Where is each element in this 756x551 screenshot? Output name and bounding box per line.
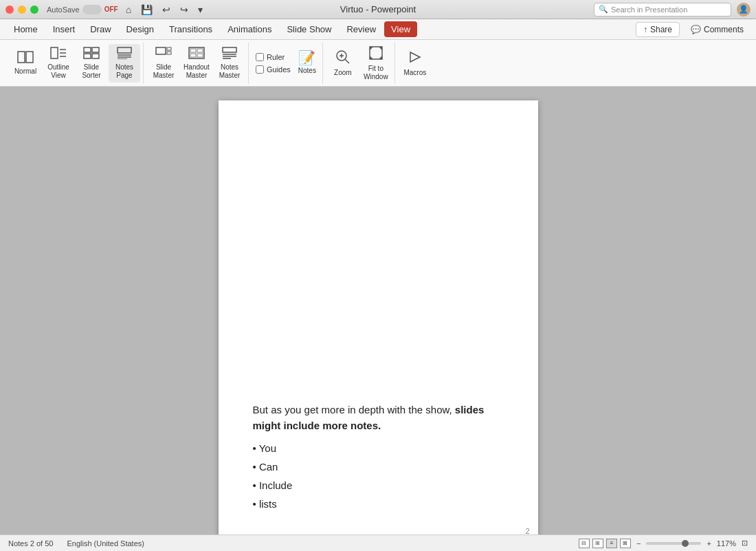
svg-rect-15	[167, 47, 171, 50]
menu-animations[interactable]: Animations	[221, 21, 278, 37]
svg-rect-30	[370, 47, 382, 59]
ribbon-macros-group: Macros	[397, 43, 434, 84]
close-button[interactable]	[5, 6, 14, 14]
language-status: English (United States)	[67, 539, 144, 548]
slide-master-label: SlideMaster	[153, 63, 175, 80]
svg-rect-18	[190, 49, 196, 52]
status-fit-view[interactable]: ⊠	[620, 539, 631, 548]
status-bar: Notes 2 of 50 English (United States) ⊟ …	[0, 534, 756, 551]
ribbon: Normal OutlineView	[0, 40, 756, 87]
ribbon-handout-master[interactable]: HandoutMaster	[181, 44, 212, 83]
svg-rect-0	[18, 52, 25, 63]
handout-master-label: HandoutMaster	[184, 63, 210, 80]
traffic-lights	[5, 6, 38, 14]
slide-intro-text: But as you get more in depth with the sh…	[253, 402, 504, 433]
status-right: ⊟ ⊞ ≡ ⊠ − + 117% ⊡	[579, 539, 748, 548]
slide-sorter-icon	[83, 47, 100, 59]
view-mode-icons: ⊟ ⊞ ≡ ⊠	[579, 539, 631, 548]
notes-page-label: NotesPage	[115, 63, 133, 80]
svg-rect-22	[223, 47, 236, 52]
user-avatar[interactable]: 👤	[737, 3, 751, 17]
autosave-toggle[interactable]	[82, 5, 102, 14]
comments-button[interactable]: 💬 Comments	[685, 23, 749, 36]
slide-page: But as you get more in depth with the sh…	[219, 100, 538, 534]
ribbon-notes-master[interactable]: NotesMaster	[214, 44, 245, 83]
fit-window-icon	[368, 45, 383, 63]
save-icon[interactable]: 💾	[139, 3, 155, 17]
svg-rect-9	[92, 54, 99, 58]
comment-icon: 💬	[691, 25, 701, 34]
page-number: 2	[525, 527, 529, 534]
menu-insert[interactable]: Insert	[46, 21, 82, 37]
menu-design[interactable]: Design	[120, 21, 161, 37]
more-icon[interactable]: ▾	[196, 3, 205, 17]
redo-icon[interactable]: ↪	[178, 3, 190, 17]
svg-marker-32	[379, 47, 382, 50]
fit-window-label: Fit toWindow	[364, 65, 388, 81]
zoom-minus-icon[interactable]: −	[636, 539, 641, 548]
fit-page-icon[interactable]: ⊡	[742, 539, 748, 548]
ribbon-notes-page[interactable]: NotesPage	[109, 44, 140, 83]
zoom-plus-icon[interactable]: +	[707, 539, 711, 548]
maximize-button[interactable]	[30, 6, 38, 14]
ribbon-master-group: SlideMaster HandoutMaster	[145, 43, 249, 84]
menu-review[interactable]: Review	[340, 21, 383, 37]
ribbon-zoom-group: Zoom Fit toWindow	[324, 43, 395, 84]
macros-label: Macros	[403, 69, 426, 77]
notes-label: Notes	[298, 67, 316, 75]
ribbon-outline-view[interactable]: OutlineView	[43, 44, 74, 83]
ribbon-slide-master[interactable]: SlideMaster	[148, 44, 179, 83]
guides-checkbox-input[interactable]	[256, 65, 264, 74]
handout-master-icon	[188, 47, 205, 59]
share-button[interactable]: ↑ Share	[636, 22, 680, 37]
slide-sorter-label: SlideSorter	[82, 63, 100, 80]
svg-rect-10	[118, 47, 131, 53]
ribbon-slide-sorter[interactable]: SlideSorter	[76, 44, 107, 83]
ruler-checkbox-input[interactable]	[256, 53, 264, 61]
menu-slideshow[interactable]: Slide Show	[280, 21, 338, 37]
title-bar: AutoSave OFF ⌂ 💾 ↩ ↪ ▾ Virtuo - Powerpoi…	[0, 0, 756, 19]
menu-bar: Home Insert Draw Design Transitions Anim…	[0, 19, 756, 40]
ribbon-notes[interactable]: 📝 Notes	[295, 44, 320, 83]
status-notes-view[interactable]: ≡	[606, 539, 617, 548]
ruler-checkbox[interactable]: Ruler	[256, 53, 291, 61]
autosave-area: AutoSave OFF	[47, 5, 118, 14]
notes-master-icon	[221, 47, 238, 59]
menu-transitions[interactable]: Transitions	[162, 21, 219, 37]
menu-view[interactable]: View	[384, 21, 417, 37]
svg-line-27	[345, 59, 349, 63]
title-bar-left: AutoSave OFF ⌂ 💾 ↩ ↪ ▾	[47, 3, 205, 17]
slide-content: But as you get more in depth with the sh…	[253, 402, 504, 513]
outline-view-label: OutlineView	[47, 63, 69, 80]
share-icon: ↑	[643, 25, 647, 34]
status-grid-view[interactable]: ⊞	[592, 539, 603, 548]
zoom-slider[interactable]	[646, 542, 701, 545]
minimize-button[interactable]	[18, 6, 26, 14]
list-item: lists	[253, 495, 504, 513]
svg-marker-31	[370, 47, 373, 50]
ribbon-fit-to-window[interactable]: Fit toWindow	[360, 44, 392, 83]
menu-draw[interactable]: Draw	[83, 21, 118, 37]
guides-checkbox[interactable]: Guides	[256, 65, 291, 74]
svg-rect-6	[84, 47, 91, 52]
status-normal-view[interactable]: ⊟	[579, 539, 590, 548]
ribbon-zoom[interactable]: Zoom	[327, 44, 359, 83]
ribbon-normal[interactable]: Normal	[10, 44, 41, 83]
ribbon-macros[interactable]: Macros	[399, 44, 431, 83]
title-bar-right: 🔍 Search in Presentation 👤	[594, 3, 751, 17]
ribbon-view-group: Normal OutlineView	[7, 43, 144, 84]
zoom-icon	[335, 50, 351, 67]
undo-icon[interactable]: ↩	[160, 3, 173, 17]
zoom-thumb	[682, 540, 689, 547]
guides-label: Guides	[267, 65, 291, 74]
menu-home[interactable]: Home	[7, 21, 45, 37]
svg-rect-2	[51, 47, 58, 58]
notes-master-label: NotesMaster	[219, 63, 241, 80]
home-icon[interactable]: ⌂	[124, 3, 133, 17]
ruler-label: Ruler	[267, 53, 285, 61]
ribbon-show-group: Ruler Guides 📝 Notes	[250, 43, 323, 84]
search-bar[interactable]: 🔍 Search in Presentation	[594, 3, 731, 17]
search-icon: 🔍	[599, 5, 608, 14]
svg-rect-14	[156, 47, 166, 54]
slide-master-icon	[155, 47, 172, 59]
